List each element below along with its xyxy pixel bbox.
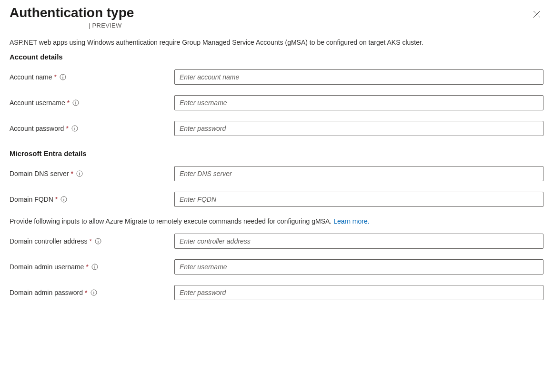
domain-dns-row: Domain DNS server * [10, 166, 543, 181]
required-marker: * [54, 73, 57, 81]
domain-fqdn-label-text: Domain FQDN [10, 196, 53, 203]
entra-details-section: Microsoft Entra details Domain DNS serve… [10, 149, 543, 300]
authentication-type-blade: Authentication type | PREVIEW ASP.NET we… [0, 0, 553, 323]
svg-point-24 [93, 291, 94, 291]
close-icon [533, 10, 541, 20]
domain-admin-user-input[interactable] [174, 259, 543, 274]
domain-controller-row: Domain controller address * [10, 234, 543, 249]
domain-fqdn-row: Domain FQDN * [10, 192, 543, 207]
domain-admin-user-input-cell [174, 259, 543, 274]
svg-point-15 [64, 197, 64, 198]
info-icon[interactable] [60, 196, 67, 203]
header: Authentication type | PREVIEW [10, 5, 543, 29]
domain-dns-input-cell [174, 166, 543, 181]
domain-admin-user-row: Domain admin username * [10, 259, 543, 274]
entra-details-heading: Microsoft Entra details [10, 149, 543, 157]
required-marker: * [85, 289, 87, 296]
domain-fqdn-input[interactable] [174, 192, 543, 207]
info-icon[interactable] [71, 125, 78, 132]
account-username-input-cell [174, 95, 543, 110]
domain-controller-input-cell [174, 234, 543, 249]
title-block: Authentication type | PREVIEW [10, 5, 134, 29]
domain-admin-user-label: Domain admin username * [10, 263, 174, 271]
account-password-label-text: Account password [10, 125, 64, 132]
domain-admin-pass-label: Domain admin password * [10, 289, 174, 296]
account-name-label-text: Account name [10, 73, 52, 81]
domain-dns-label: Domain DNS server * [10, 170, 174, 177]
required-marker: * [55, 196, 58, 203]
info-icon[interactable] [95, 238, 101, 245]
preview-separator: | [89, 22, 92, 29]
info-icon[interactable] [90, 289, 97, 296]
close-button[interactable] [530, 8, 543, 22]
domain-controller-label-text: Domain controller address [10, 237, 87, 245]
account-details-heading: Account details [10, 53, 543, 61]
account-password-label: Account password * [10, 125, 174, 132]
preview-badge: PREVIEW [92, 22, 122, 29]
account-name-label: Account name * [10, 73, 174, 81]
required-marker: * [89, 237, 91, 245]
account-name-row: Account name * [10, 69, 543, 85]
svg-point-3 [62, 75, 63, 76]
domain-admin-pass-label-text: Domain admin password [10, 289, 83, 296]
domain-admin-pass-input[interactable] [174, 285, 543, 300]
domain-admin-pass-row: Domain admin password * [10, 285, 543, 300]
account-password-input[interactable] [174, 121, 543, 136]
account-name-input-cell [174, 69, 543, 85]
account-username-label-text: Account username [10, 99, 65, 107]
domain-fqdn-input-cell [174, 192, 543, 207]
account-username-row: Account username * [10, 95, 543, 110]
blade-description: ASP.NET web apps using Windows authentic… [10, 39, 543, 46]
account-username-input[interactable] [174, 95, 543, 110]
domain-controller-input[interactable] [174, 234, 543, 249]
domain-admin-user-label-text: Domain admin username [10, 263, 84, 271]
info-icon[interactable] [91, 264, 98, 270]
svg-point-21 [94, 265, 95, 265]
account-password-row: Account password * [10, 121, 543, 136]
gmsa-helper-text-content: Provide following inputs to allow Azure … [10, 217, 333, 225]
gmsa-helper-text: Provide following inputs to allow Azure … [10, 217, 543, 225]
domain-admin-pass-input-cell [174, 285, 543, 300]
preview-indicator: | PREVIEW [10, 22, 134, 29]
required-marker: * [67, 99, 70, 107]
account-details-section: Account details Account name * Account u… [10, 53, 543, 136]
svg-point-18 [98, 239, 98, 240]
info-icon[interactable] [76, 170, 83, 177]
required-marker: * [86, 263, 88, 271]
domain-fqdn-label: Domain FQDN * [10, 196, 174, 203]
required-marker: * [70, 170, 73, 177]
required-marker: * [66, 125, 68, 132]
domain-controller-label: Domain controller address * [10, 237, 174, 245]
svg-point-12 [79, 172, 80, 172]
account-name-input[interactable] [174, 69, 543, 85]
svg-point-9 [74, 127, 75, 127]
domain-dns-label-text: Domain DNS server [10, 170, 69, 177]
page-title: Authentication type [10, 5, 134, 21]
svg-point-6 [76, 101, 76, 101]
account-username-label: Account username * [10, 99, 174, 107]
domain-dns-input[interactable] [174, 166, 543, 181]
learn-more-link[interactable]: Learn more. [333, 217, 369, 225]
info-icon[interactable] [72, 99, 79, 106]
account-password-input-cell [174, 121, 543, 136]
info-icon[interactable] [60, 74, 66, 80]
